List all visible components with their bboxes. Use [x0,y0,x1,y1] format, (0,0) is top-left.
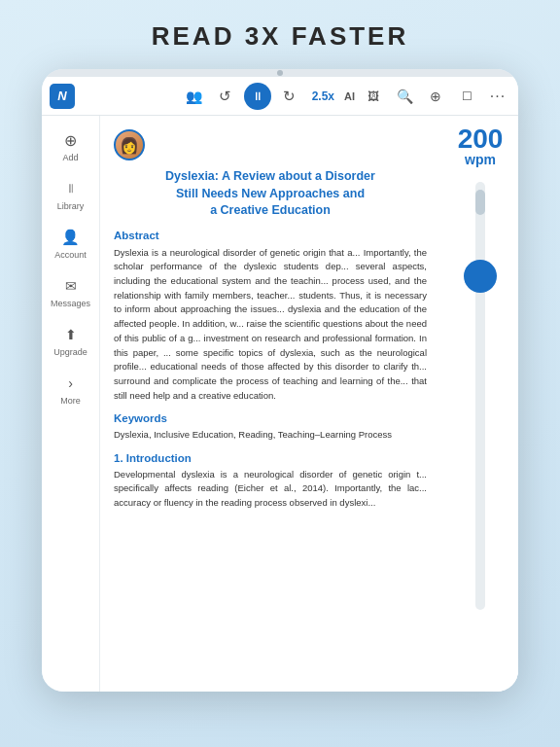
wpm-label: wpm [465,153,496,166]
author-avatar: 👩 [114,129,145,160]
document-title: Dyslexia: A Review about a Disorder Stil… [114,168,427,220]
search-icon[interactable]: 🔍 [392,84,417,109]
library-icon: ⫴ [60,178,82,199]
sidebar: ⊕ Add ⫴ Library 👤 Account ✉ Messages ⬆ U… [42,116,100,692]
more-icon[interactable]: ··· [485,84,510,109]
more-chevron-icon: › [60,373,82,394]
zoom-in-icon[interactable]: ⊕ [423,84,448,109]
device-frame: N 👥 ↺ ⏸ ↻ 2.5x AI 🖼 🔍 ⊕ ☐ ··· ⊕ Add ⫴ Li… [42,69,518,692]
sidebar-item-more[interactable]: › More [46,367,96,411]
sidebar-label-upgrade: Upgrade [53,347,88,357]
pause-button[interactable]: ⏸ [244,83,271,110]
app-main: ⊕ Add ⫴ Library 👤 Account ✉ Messages ⬆ U… [42,116,518,692]
keywords-body: Dyslexia, Inclusive Education, Reading, … [114,428,427,442]
app-logo[interactable]: N [50,84,75,109]
bookmark-icon[interactable]: ☐ [454,84,479,109]
device-topbar [42,69,518,77]
sidebar-item-library[interactable]: ⫴ Library [46,172,96,217]
abstract-title: Abstract [114,230,427,241]
document-content: 👩 Dyslexia: A Review about a Disorder St… [100,116,442,692]
image-icon[interactable]: 🖼 [361,84,386,109]
device-topbar-dot [277,70,283,76]
sidebar-label-messages: Messages [51,299,90,308]
sidebar-item-add[interactable]: ⊕ Add [46,124,96,168]
upgrade-icon: ⬆ [60,324,82,345]
speed-display: 2.5x [308,88,338,105]
wpm-number: 200 [458,125,504,153]
intro-title: 1. Introduction [114,452,427,464]
undo-icon[interactable]: ↺ [213,84,238,109]
sidebar-label-more: More [60,396,81,406]
sidebar-item-messages[interactable]: ✉ Messages [46,269,96,314]
redo-icon[interactable]: ↻ [277,84,302,109]
sidebar-label-add: Add [62,153,78,162]
document-area: 👩 Dyslexia: A Review about a Disorder St… [100,116,518,692]
scroll-handle[interactable] [464,260,497,293]
account-icon: 👤 [60,227,82,248]
messages-icon: ✉ [60,275,82,297]
keywords-title: Keywords [114,412,427,424]
people-icon[interactable]: 👥 [182,84,207,109]
sidebar-label-library: Library [57,201,85,211]
intro-body: Developmental dyslexia is a neurological… [114,468,427,511]
abstract-body: Dyslexia is a neurological disorder of g… [114,246,427,404]
wpm-panel: 200 wpm [442,116,518,692]
sidebar-label-account: Account [54,250,87,260]
sidebar-item-account[interactable]: 👤 Account [46,221,96,266]
add-icon: ⊕ [60,129,82,151]
scrollbar-track[interactable] [475,182,485,610]
headline: READ 3X FASTER [152,21,409,52]
scrollbar-thumb [475,190,485,215]
sidebar-item-upgrade[interactable]: ⬆ Upgrade [46,318,96,363]
app-toolbar: N 👥 ↺ ⏸ ↻ 2.5x AI 🖼 🔍 ⊕ ☐ ··· [42,77,518,116]
ai-label[interactable]: AI [344,90,355,102]
